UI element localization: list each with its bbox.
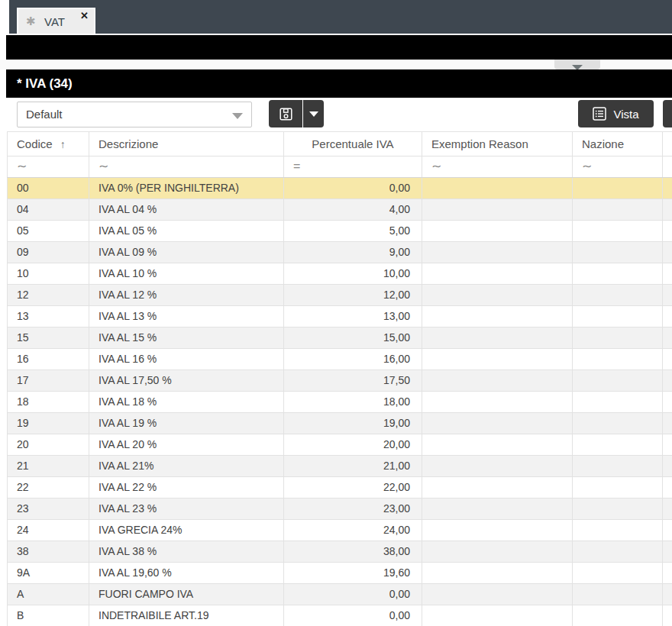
cell-codice[interactable]: 05	[8, 221, 89, 241]
table-row[interactable]: 38IVA AL 38 %38,00	[7, 541, 672, 563]
cell-codice[interactable]: 20	[8, 434, 89, 455]
table-row[interactable]: AFUORI CAMPO IVA0,00	[7, 584, 672, 605]
cell-descrizione[interactable]: IVA AL 12 %	[89, 285, 284, 305]
column-header-nazione[interactable]: Nazione	[573, 132, 663, 156]
cell-exemption-reason[interactable]	[422, 477, 573, 498]
cell-descrizione[interactable]: IVA AL 18 %	[89, 392, 284, 412]
filter-cell-3[interactable]: =	[284, 156, 422, 177]
cell-codice[interactable]: 21	[8, 456, 89, 476]
table-row[interactable]: 05IVA AL 05 %5,00	[7, 221, 672, 242]
cell-nazione[interactable]	[573, 263, 663, 284]
cell-percentuale-iva[interactable]: 0,00	[284, 178, 422, 198]
cell-descrizione[interactable]: IVA AL 22 %	[89, 477, 284, 498]
cell-exemption-reason[interactable]	[422, 199, 573, 220]
cell-descrizione[interactable]: IVA AL 13 %	[89, 306, 284, 327]
cell-exemption-reason[interactable]	[422, 392, 573, 412]
cell-codice[interactable]: 9A	[8, 563, 89, 583]
cell-percentuale-iva[interactable]: 0,00	[284, 584, 422, 605]
cell-descrizione[interactable]: IVA AL 04 %	[89, 199, 284, 220]
cell-percentuale-iva[interactable]: 4,00	[284, 199, 422, 220]
cell-exemption-reason[interactable]	[422, 349, 573, 369]
cell-descrizione[interactable]: IVA AL 05 %	[89, 221, 284, 241]
table-row[interactable]: 21IVA AL 21%21,00	[7, 456, 672, 477]
cell-percentuale-iva[interactable]: 23,00	[284, 499, 422, 519]
cell-percentuale-iva[interactable]: 20,00	[284, 434, 422, 455]
cell-exemption-reason[interactable]	[422, 541, 573, 562]
cell-codice[interactable]: 00	[8, 178, 89, 198]
cell-percentuale-iva[interactable]: 10,00	[284, 263, 422, 284]
cell-percentuale-iva[interactable]: 9,00	[284, 242, 422, 263]
column-header-percentuale-iva[interactable]: Percentuale IVA	[284, 132, 422, 156]
cell-descrizione[interactable]: IVA AL 21%	[89, 456, 284, 476]
table-row[interactable]: 16IVA AL 16 %16,00	[7, 349, 672, 370]
cell-nazione[interactable]	[573, 370, 663, 391]
cell-descrizione[interactable]: IVA AL 38 %	[89, 541, 284, 562]
filter-cell-1[interactable]: ∼	[8, 156, 89, 177]
table-row[interactable]: 12IVA AL 12 %12,00	[7, 285, 672, 306]
cell-percentuale-iva[interactable]: 24,00	[284, 520, 422, 540]
cell-descrizione[interactable]: FUORI CAMPO IVA	[89, 584, 284, 605]
cell-percentuale-iva[interactable]: 19,60	[284, 563, 422, 583]
cell-exemption-reason[interactable]	[422, 456, 573, 476]
cell-percentuale-iva[interactable]: 21,00	[284, 456, 422, 476]
cell-exemption-reason[interactable]	[422, 242, 573, 263]
cell-nazione[interactable]	[573, 520, 663, 540]
table-row[interactable]: 22IVA AL 22 %22,00	[7, 477, 672, 499]
cell-percentuale-iva[interactable]: 38,00	[284, 541, 422, 562]
cell-codice[interactable]: 16	[8, 349, 89, 369]
cell-exemption-reason[interactable]	[422, 178, 573, 198]
cell-codice[interactable]: 12	[8, 285, 89, 305]
vista-button[interactable]: Vista	[578, 100, 654, 127]
cell-nazione[interactable]	[573, 477, 663, 498]
cell-descrizione[interactable]: IVA AL 23 %	[89, 499, 284, 519]
cell-nazione[interactable]	[573, 584, 663, 605]
table-row[interactable]: 23IVA AL 23 %23,00	[7, 499, 672, 520]
filter-cell-2[interactable]: ∼	[89, 156, 284, 177]
table-row[interactable]: 19IVA AL 19 %19,00	[7, 413, 672, 434]
cell-exemption-reason[interactable]	[422, 434, 573, 455]
cell-nazione[interactable]	[573, 563, 663, 583]
cell-exemption-reason[interactable]	[422, 605, 573, 626]
cell-codice[interactable]: 18	[8, 392, 89, 412]
cell-descrizione[interactable]: IVA GRECIA 24%	[89, 520, 284, 540]
cell-nazione[interactable]	[573, 541, 663, 562]
cell-nazione[interactable]	[573, 285, 663, 305]
table-row[interactable]: 10IVA AL 10 %10,00	[7, 263, 672, 285]
table-row[interactable]: BINDETRAIBILE ART.190,00	[7, 605, 672, 626]
cell-exemption-reason[interactable]	[422, 499, 573, 519]
table-row[interactable]: 00IVA 0% (PER INGHILTERRA)0,00	[7, 178, 672, 199]
table-row[interactable]: 04IVA AL 04 %4,00	[7, 199, 672, 221]
cell-codice[interactable]: 15	[8, 328, 89, 348]
cell-codice[interactable]: A	[8, 584, 89, 605]
close-icon[interactable]: ✕	[80, 10, 89, 21]
cell-codice[interactable]: 04	[8, 199, 89, 220]
cell-exemption-reason[interactable]	[422, 221, 573, 241]
cell-exemption-reason[interactable]	[422, 328, 573, 348]
cell-codice[interactable]: 17	[8, 370, 89, 391]
cell-percentuale-iva[interactable]: 22,00	[284, 477, 422, 498]
cell-nazione[interactable]	[573, 434, 663, 455]
cell-descrizione[interactable]: IVA AL 09 %	[89, 242, 284, 263]
table-row[interactable]: 15IVA AL 15 %15,00	[7, 328, 672, 349]
cell-codice[interactable]: 38	[8, 541, 89, 562]
collapse-panel-button[interactable]	[554, 60, 600, 69]
cell-descrizione[interactable]: IVA 0% (PER INGHILTERRA)	[89, 178, 284, 198]
table-row[interactable]: 9AIVA AL 19,60 %19,60	[7, 563, 672, 584]
cell-descrizione[interactable]: INDETRAIBILE ART.19	[89, 605, 284, 626]
cell-exemption-reason[interactable]	[422, 520, 573, 540]
cell-nazione[interactable]	[573, 349, 663, 369]
cell-nazione[interactable]	[573, 605, 663, 626]
cell-descrizione[interactable]: IVA AL 15 %	[89, 328, 284, 348]
cell-codice[interactable]: 10	[8, 263, 89, 284]
cell-percentuale-iva[interactable]: 13,00	[284, 306, 422, 327]
cell-exemption-reason[interactable]	[422, 370, 573, 391]
cell-nazione[interactable]	[573, 499, 663, 519]
next-toolbar-button[interactable]	[663, 100, 672, 127]
cell-codice[interactable]: 22	[8, 477, 89, 498]
save-view-menu-button[interactable]	[303, 100, 324, 127]
column-header-codice[interactable]: Codice↑	[8, 132, 89, 156]
cell-percentuale-iva[interactable]: 19,00	[284, 413, 422, 434]
cell-exemption-reason[interactable]	[422, 584, 573, 605]
view-selector[interactable]: Default	[17, 102, 252, 127]
cell-percentuale-iva[interactable]: 5,00	[284, 221, 422, 241]
